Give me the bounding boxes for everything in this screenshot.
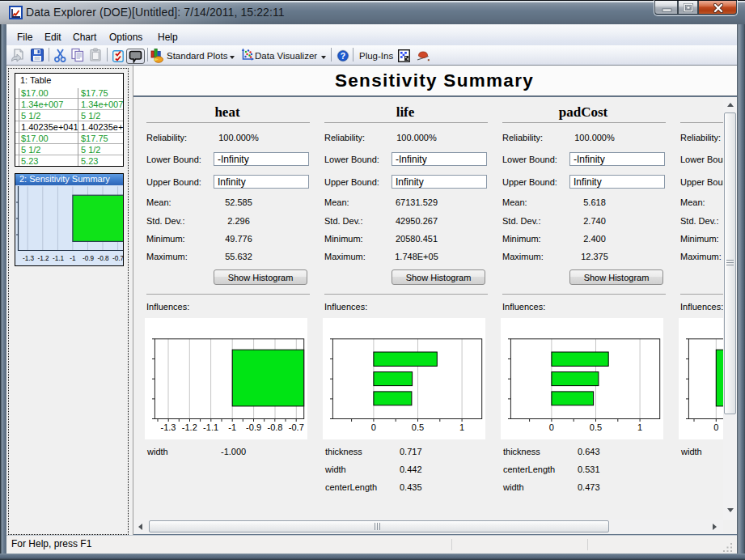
svg-text:-1.3: -1.3 (23, 255, 35, 262)
svg-text:0: 0 (371, 422, 376, 432)
svg-text:?: ? (341, 51, 345, 61)
svg-text:-0.9: -0.9 (246, 422, 261, 432)
svg-text:-0.8: -0.8 (97, 255, 109, 262)
svg-text:-0.7: -0.7 (289, 422, 304, 432)
svg-text:-1.2: -1.2 (182, 422, 197, 432)
svg-text:0: 0 (713, 422, 718, 432)
svg-text:0.5: 0.5 (412, 422, 424, 432)
svg-text:-1: -1 (228, 422, 236, 432)
svg-text:-1: -1 (70, 255, 76, 262)
svg-text:-1.1: -1.1 (53, 255, 65, 262)
svg-text:-0.9: -0.9 (83, 255, 95, 262)
svg-text:1: 1 (637, 422, 642, 432)
svg-text:-1.3: -1.3 (161, 422, 176, 432)
svg-text:-1.2: -1.2 (37, 255, 49, 262)
svg-text:0.5: 0.5 (590, 422, 602, 432)
svg-text:1: 1 (459, 422, 464, 432)
svg-text:0: 0 (549, 422, 554, 432)
svg-text:-1.1: -1.1 (203, 422, 218, 432)
svg-text:-0.8: -0.8 (268, 422, 283, 432)
svg-text:-0.7: -0.7 (112, 255, 123, 262)
